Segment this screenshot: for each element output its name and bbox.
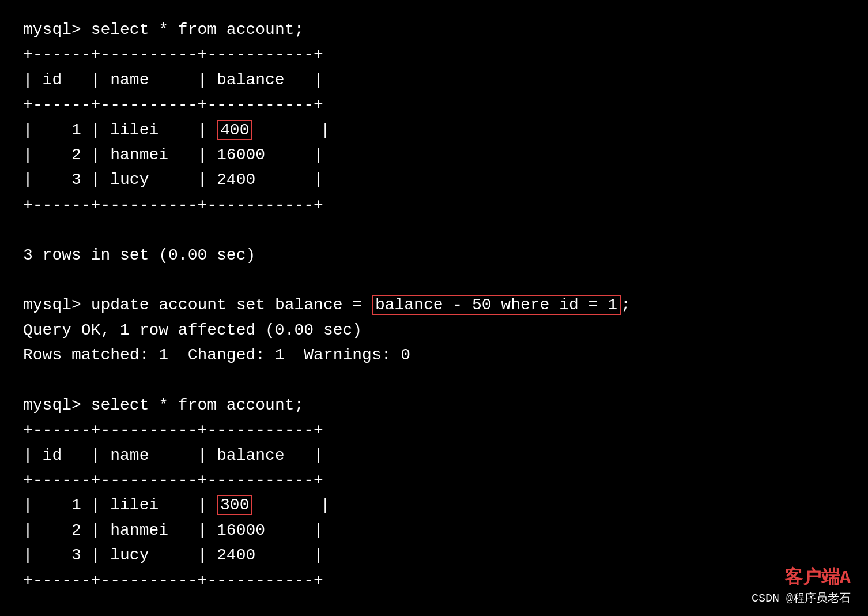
table1-sep-bot: +------+----------+-----------+: [23, 193, 845, 217]
blank2: [23, 367, 845, 392]
balance-highlight-1: 400: [217, 120, 252, 140]
update-line: mysql> update account set balance = bala…: [23, 292, 845, 317]
prompt-1: mysql>: [23, 21, 91, 39]
table1-sep-mid: +------+----------+-----------+: [23, 92, 845, 117]
watermark-subtitle: CSDN @程序员老石: [752, 590, 851, 606]
balance-highlight-2: 300: [217, 495, 252, 515]
table1: +------+----------+-----------+ | id | n…: [23, 42, 845, 217]
table2-sep-mid: +------+----------+-----------+: [23, 468, 845, 493]
table1-row3: | 3 | lucy | 2400 |: [23, 167, 845, 192]
table1-row2: | 2 | hanmei | 16000 |: [23, 142, 845, 167]
table2-sep-top: +------+----------+-----------+: [23, 418, 845, 442]
prompt-line-2: mysql> select * from account;: [23, 393, 845, 418]
table2-row1: | 1 | lilei | 300 |: [23, 493, 845, 517]
blank1: [23, 268, 845, 292]
query-ok: Query OK, 1 row affected (0.00 sec): [23, 318, 845, 343]
table2-sep-bot: +------+----------+-----------+: [23, 568, 845, 593]
update-highlight: balance - 50 where id = 1: [372, 295, 621, 315]
table1-rowcount: [23, 217, 845, 242]
rows-matched: Rows matched: 1 Changed: 1 Warnings: 0: [23, 343, 845, 367]
watermark-title: 客户端A: [752, 565, 851, 590]
update-prefix: update account set balance =: [91, 296, 372, 314]
update-suffix: ;: [621, 296, 631, 314]
query1: select * from account;: [91, 21, 304, 39]
table1-header: | id | name | balance |: [23, 67, 845, 92]
prompt-3: mysql>: [23, 396, 91, 414]
prompt-line-1: mysql> select * from account;: [23, 17, 845, 42]
table1-rowcount-text: 3 rows in set (0.00 sec): [23, 243, 845, 268]
table1-row1: | 1 | lilei | 400 |: [23, 118, 845, 142]
table2-row2: | 2 | hanmei | 16000 |: [23, 518, 845, 543]
table1-sep-top: +------+----------+-----------+: [23, 42, 845, 67]
query2: select * from account;: [91, 396, 304, 414]
watermark: 客户端A CSDN @程序员老石: [752, 565, 851, 606]
table2-row3: | 3 | lucy | 2400 |: [23, 543, 845, 568]
table2-rowcount: [23, 593, 845, 616]
terminal-window: mysql> select * from account; +------+--…: [0, 0, 868, 616]
table2: +------+----------+-----------+ | id | n…: [23, 418, 845, 593]
table2-header: | id | name | balance |: [23, 443, 845, 468]
prompt-2: mysql>: [23, 296, 91, 314]
